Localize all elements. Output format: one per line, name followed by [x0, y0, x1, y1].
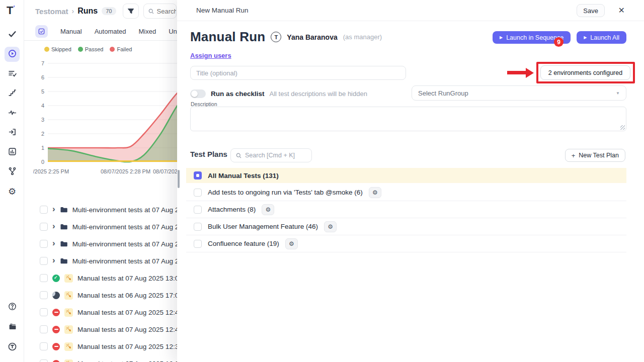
checkbox[interactable]: [40, 240, 48, 248]
test-plan-row[interactable]: Add tests to ongoing run via 'Tests' tab…: [186, 184, 626, 201]
search-input[interactable]: [143, 4, 177, 19]
run-label[interactable]: Manual tests at 06 Aug 2025 17:06: [77, 292, 183, 299]
new-test-plan-button[interactable]: + New Test Plan: [565, 149, 625, 162]
checkbox[interactable]: [194, 223, 202, 231]
checkbox[interactable]: [194, 240, 202, 248]
checkbox[interactable]: [40, 325, 48, 333]
clipboard-check-icon: [38, 28, 45, 35]
run-label[interactable]: Multi-environment tests at 07 Aug 2025: [72, 206, 190, 214]
checkbox[interactable]: [40, 359, 48, 362]
search-field[interactable]: [157, 8, 177, 15]
folder-icon: [60, 206, 68, 214]
sidebar-item-import-icon[interactable]: [5, 125, 20, 140]
tab-automated[interactable]: Automated: [95, 28, 126, 35]
sidebar-item-activity-icon[interactable]: [5, 106, 20, 121]
checkbox[interactable]: [40, 257, 48, 265]
chevron-right-icon[interactable]: ›: [52, 239, 55, 247]
brand-logo-icon[interactable]: T': [7, 4, 15, 17]
folders-icon: [8, 322, 17, 333]
test-plan-label: Bulk User Management Feature (46): [208, 223, 318, 230]
status-failed-icon: [52, 326, 60, 333]
legend-dot: [44, 47, 49, 52]
checkbox[interactable]: [40, 206, 48, 214]
gear-icon[interactable]: ⚙: [285, 238, 298, 249]
test-plans-search-field[interactable]: [245, 152, 305, 159]
test-plan-row[interactable]: Attachments (8)⚙: [186, 201, 626, 218]
report-icon: [8, 147, 17, 158]
y-axis-tick: 7: [33, 60, 44, 66]
save-button[interactable]: Save: [577, 4, 605, 17]
checklist-hint: All test descriptions will be hidden: [270, 90, 367, 98]
gear-icon[interactable]: ⚙: [369, 187, 381, 198]
legend-item-skipped: Skipped: [44, 46, 71, 52]
run-label[interactable]: Manual tests at 07 Aug 2025 12:35: [77, 343, 183, 350]
checkbox-checked[interactable]: [194, 171, 202, 179]
breadcrumb-root[interactable]: Testomat: [35, 7, 68, 16]
status-failed-icon: [52, 343, 60, 350]
annotation-arrow: [507, 71, 526, 74]
checkbox[interactable]: [194, 189, 202, 197]
plus-icon: +: [572, 152, 576, 159]
launch-all-button[interactable]: ▶ Launch All: [577, 31, 626, 44]
run-label[interactable]: Multi-environment tests at 07 Aug 2025: [72, 240, 190, 248]
breadcrumb-current[interactable]: Runs: [77, 7, 98, 16]
sidebar-item-steps-icon[interactable]: [5, 86, 20, 101]
owner-avatar: T: [271, 32, 281, 42]
all-manual-tests-row[interactable]: All Manual Tests (131): [186, 168, 626, 183]
checklist-view-button[interactable]: [35, 25, 48, 38]
sidebar-item-folders-icon[interactable]: [5, 320, 20, 335]
run-label[interactable]: Manual tests at 07 Aug 2025 12:43: [77, 309, 183, 316]
gear-icon[interactable]: ⚙: [262, 204, 274, 215]
test-plans-search[interactable]: [230, 148, 312, 162]
tab-manual[interactable]: Manual: [60, 28, 82, 35]
sidebar-item-check-icon[interactable]: [5, 27, 20, 42]
rungroup-select[interactable]: Select RunGroup ▼: [412, 85, 626, 101]
sidebar-item-play-circle-icon[interactable]: [5, 47, 20, 62]
list-check-icon: [8, 69, 17, 79]
run-label[interactable]: Manual tests at 07 Aug 2025 12:3: [77, 360, 179, 362]
run-label[interactable]: Manual tests at 07 Aug 2025 13:02: [77, 275, 183, 282]
run-title-input[interactable]: [190, 66, 406, 80]
chevron-right-icon[interactable]: ›: [52, 205, 55, 213]
y-axis-tick: 3: [33, 117, 44, 123]
checkbox[interactable]: [194, 206, 202, 214]
filter-button[interactable]: [123, 4, 139, 19]
checkbox[interactable]: [40, 342, 48, 350]
search-icon: [235, 152, 242, 159]
run-label[interactable]: Multi-environment tests at 07 Aug 2025: [72, 223, 190, 231]
sidebar-item-report-icon[interactable]: [5, 145, 20, 160]
run-label[interactable]: Manual tests at 07 Aug 2025 12:42: [77, 326, 183, 333]
close-icon[interactable]: ✕: [618, 6, 625, 15]
test-plan-row[interactable]: Confluence feature (19)⚙: [186, 235, 626, 252]
chevron-right-icon[interactable]: ›: [52, 256, 55, 264]
checkbox[interactable]: [40, 223, 48, 231]
sidebar-item-help-icon[interactable]: [5, 300, 20, 315]
gear-icon[interactable]: ⚙: [324, 221, 337, 232]
scrollbar-thumb[interactable]: [178, 170, 180, 188]
x-axis-tick: 08/07/2025 2:28 PM: [101, 168, 150, 174]
sidebar-item-logo-icon[interactable]: [5, 340, 20, 355]
run-heading: Manual Run: [190, 29, 265, 45]
sidebar-item-gear-icon[interactable]: ⚙: [5, 184, 20, 199]
checkbox[interactable]: [40, 291, 48, 299]
status-failed-icon: [52, 360, 60, 362]
manual-run-icon: [64, 291, 73, 300]
checkbox[interactable]: [40, 274, 48, 282]
search-icon: [148, 8, 154, 15]
assign-users-link[interactable]: Assign users: [190, 52, 231, 59]
folder-icon: [60, 257, 68, 265]
launch-in-sequence-button[interactable]: ▶ Launch in Sequence 9: [493, 31, 571, 44]
chevron-right-icon[interactable]: ›: [52, 222, 55, 230]
sidebar-item-list-check-icon[interactable]: [5, 66, 20, 81]
description-textarea[interactable]: [190, 107, 626, 131]
run-as-checklist-toggle[interactable]: [190, 89, 206, 98]
test-plan-row[interactable]: Bulk User Management Feature (46)⚙: [186, 218, 626, 235]
test-plan-label: Add tests to ongoing run via 'Tests' tab…: [208, 189, 363, 196]
tab-mixed[interactable]: Mixed: [139, 28, 156, 35]
sidebar-item-branch-icon[interactable]: [5, 164, 20, 179]
checkbox[interactable]: [40, 308, 48, 316]
run-label[interactable]: Multi-environment tests at 07 Aug 2025: [72, 257, 190, 265]
run-as-checklist-row: Run as checklist All test descriptions w…: [190, 86, 367, 101]
test-plan-label: Confluence feature (19): [208, 240, 279, 247]
environments-configured-button[interactable]: 2 environments configured: [540, 65, 630, 80]
